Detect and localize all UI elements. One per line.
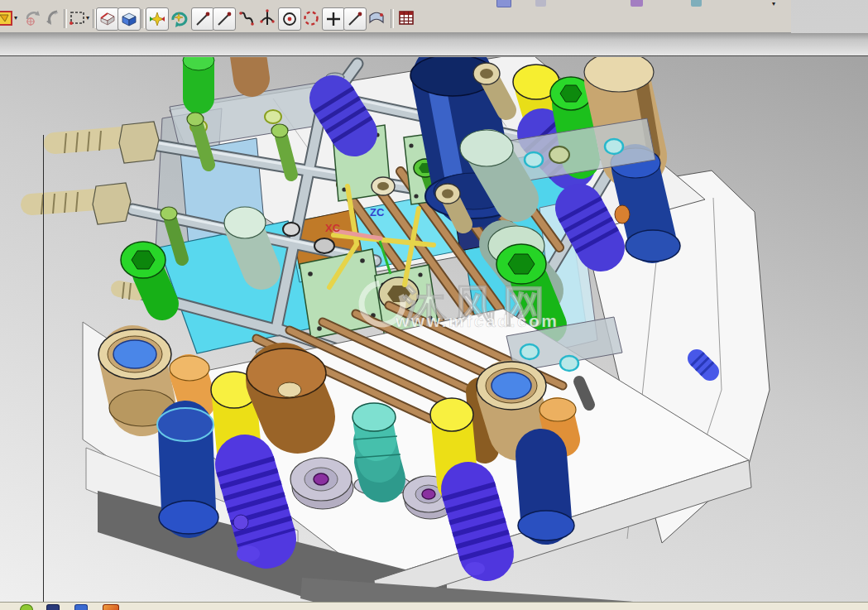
line-c-icon[interactable]	[343, 7, 367, 31]
orange-stub[interactable]	[615, 205, 630, 223]
toolbar-separator	[64, 9, 67, 28]
line-a-icon[interactable]	[191, 7, 214, 31]
cad-application-window: ▾ ▾ ▾	[0, 0, 868, 610]
main-toolbar: ▾ ▾ ▾	[0, 0, 791, 33]
hose-fitting-1[interactable]	[55, 122, 159, 163]
status-icon-blue[interactable]	[74, 604, 88, 610]
brown-cylinder-bottom[interactable]	[247, 348, 326, 416]
purple-spring-bottom-left[interactable]	[237, 464, 266, 562]
purple-pin[interactable]	[233, 515, 248, 530]
socket-ring[interactable]	[314, 238, 334, 253]
rectangle-select-icon[interactable]	[68, 8, 88, 28]
orbit-view-icon[interactable]	[23, 8, 43, 28]
rotate-point-icon[interactable]	[169, 8, 189, 28]
clipped-icon-purple[interactable]	[631, 0, 643, 7]
clipped-yellow-tool-icon[interactable]	[0, 8, 13, 28]
navy-cylinder-bottom-left[interactable]	[157, 408, 218, 534]
toolbar-separator	[141, 9, 145, 28]
mold-assembly-model[interactable]: ZC XC	[0, 57, 868, 603]
hose-fitting-3[interactable]	[119, 282, 137, 300]
shaded-face-icon[interactable]	[96, 7, 119, 31]
shaded-cube-icon[interactable]	[117, 7, 141, 31]
dashed-circle-icon[interactable]	[301, 8, 321, 28]
toolbar-dock-band	[0, 33, 868, 55]
plus-point-icon[interactable]	[322, 7, 345, 31]
navy-cylinder-bottom-right[interactable]	[518, 454, 574, 540]
status-icon-green[interactable]	[20, 604, 33, 610]
green-cylinder-top[interactable]	[183, 57, 214, 98]
wcs-z-label: ZC	[370, 206, 385, 219]
orange-cylinder-left[interactable]	[170, 356, 209, 401]
clipped-icon-teal[interactable]	[691, 0, 702, 7]
toolbar-separator	[391, 9, 394, 28]
sheet-surface-icon[interactable]	[367, 8, 386, 28]
graphics-viewport[interactable]: ZC XC	[0, 55, 868, 603]
spring-indigo-topleft[interactable]	[333, 98, 354, 133]
toolbar-overflow-arrow[interactable]: ▾	[772, 0, 775, 7]
spring-indigo-mid-right[interactable]	[579, 208, 601, 247]
screw-head[interactable]	[265, 110, 281, 123]
grid-table-icon[interactable]	[396, 8, 416, 28]
guide-bushing-cream-right[interactable]	[477, 362, 546, 430]
dropdown-arrow[interactable]: ▾	[86, 15, 89, 22]
clipped-icon-blue[interactable]	[496, 0, 511, 7]
watermark-url: www.mfcad.com	[395, 311, 559, 330]
status-icon-orange[interactable]	[103, 604, 119, 610]
boss-lavender-1[interactable]	[290, 458, 353, 509]
socket-ring[interactable]	[283, 223, 300, 236]
purple-spring-bottom-right[interactable]	[465, 489, 487, 575]
dropdown-arrow[interactable]: ▾	[14, 15, 17, 22]
pan-view-icon[interactable]	[43, 8, 63, 28]
point-axes-icon[interactable]	[146, 7, 169, 31]
point-on-curve-icon[interactable]	[257, 8, 277, 28]
brown-cylinder-top[interactable]	[248, 57, 252, 79]
wcs-x-label: XC	[325, 222, 341, 234]
spline-curve-icon[interactable]	[237, 8, 257, 28]
circle-center-point-icon[interactable]	[278, 7, 301, 31]
clipped-icon-gray[interactable]	[535, 0, 546, 7]
line-b-icon[interactable]	[213, 7, 236, 31]
hose-fitting-2[interactable]	[31, 183, 131, 224]
status-bar	[0, 602, 868, 610]
status-icon-navy[interactable]	[46, 604, 60, 610]
small-blue-spring[interactable]	[697, 358, 710, 372]
sheet-border-line	[43, 135, 44, 610]
